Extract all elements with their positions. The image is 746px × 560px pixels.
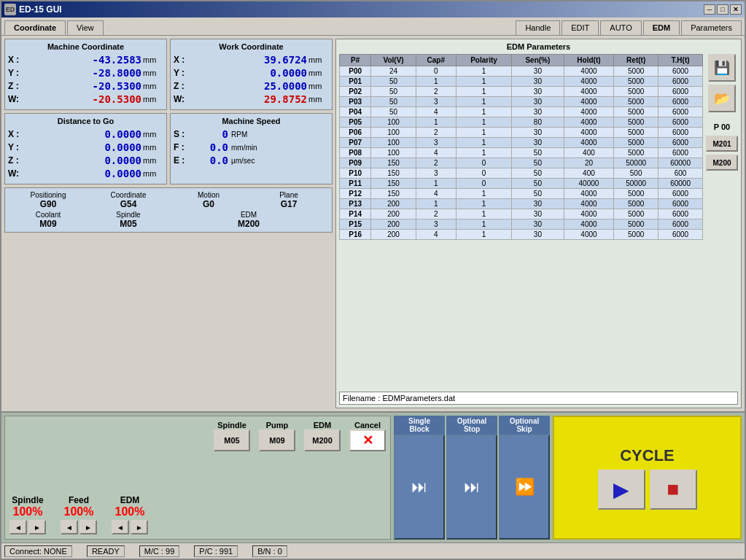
tab-view[interactable]: View [67,20,104,35]
plane-label: Plane [252,191,326,199]
col-sen: Sen(%) [512,55,564,66]
work-z-row: Z : 25.0000 mm [174,80,329,92]
cancel-mc-button[interactable]: ✕ [349,429,386,451]
edm-side-panel: 💾 📂 P 00 M201 M200 [706,54,738,389]
table-row[interactable]: P152003130400050006000 [340,219,703,230]
row-data-cell: 2 [416,209,456,219]
bottom-left-panel: Spindle M05 Pump M09 EDM M200 Cancel ✕ [4,416,391,540]
row-data-cell: 3 [416,97,456,107]
tab-edit[interactable]: EDIT [562,20,599,35]
row-data-cell: 4000 [564,87,614,97]
table-row[interactable]: P111501050400005000060000 [340,179,703,189]
work-w-unit: mm [308,95,329,104]
table-row[interactable]: P071003130400050006000 [340,138,703,148]
spindle-increase-button[interactable]: ► [28,520,46,534]
spindle-mc-item: Spindle M05 [214,421,250,451]
spindle-decrease-button[interactable]: ◄ [9,520,27,534]
m200-button[interactable]: M200 [706,155,738,171]
tab-coordinate[interactable]: Coordinate [4,20,66,35]
row-data-cell: 4 [416,148,456,158]
optional-stop-button[interactable]: ⏭ [446,435,497,540]
table-row[interactable]: P142002130400050006000 [340,209,703,219]
tab-handle[interactable]: Handle [516,20,560,35]
coordinate-label: Coordinate [91,191,166,199]
row-data-cell: 200 [371,209,416,219]
feed-increase-button[interactable]: ► [79,520,97,534]
table-row[interactable]: P00240130400050006000 [340,66,703,77]
coord-row-top: Machine Coordinate X : -43.2583 mm Y : -… [4,39,333,110]
table-row[interactable]: P121504150400050006000 [340,189,703,199]
speed-e-label: E : [174,155,192,166]
cycle-play-button[interactable]: ▶ [598,470,645,510]
bottom-right-panel: SingleBlock ⏭ OptionalStop ⏭ OptionalSki… [394,416,742,540]
spindle-mc-button[interactable]: M05 [214,429,250,451]
cycle-stop-button[interactable]: ■ [650,470,697,510]
maximize-button[interactable]: □ [717,4,728,15]
speed-e-row: E : 0.0 μm/sec [174,155,329,166]
single-block-button[interactable]: ⏭ [394,435,445,540]
table-row[interactable]: P02502130400050006000 [340,87,703,97]
row-data-cell: 100 [371,117,416,128]
positioning-item: Positioning G90 [11,191,85,209]
row-data-cell: 1 [456,77,511,87]
mc-status: M/C : 99 [139,545,180,557]
titlebar-buttons[interactable]: ─ □ ✕ [704,4,742,15]
row-p-cell: P04 [340,107,371,117]
op-buttons-panel: SingleBlock ⏭ OptionalStop ⏭ OptionalSki… [394,416,550,540]
feed-decrease-button[interactable]: ◄ [61,520,78,534]
tab-parameters[interactable]: Parameters [681,20,742,35]
row-data-cell: 50 [512,168,564,179]
table-row[interactable]: P04504130400050006000 [340,107,703,117]
table-row[interactable]: P061002130400050006000 [340,128,703,138]
table-row[interactable]: P162004130400050006000 [340,230,703,240]
row-data-cell: 4000 [564,107,614,117]
feed-rate-value: 100% [61,505,97,518]
table-row[interactable]: P051001180400050006000 [340,117,703,128]
row-data-cell: 30 [512,107,564,117]
table-row[interactable]: P03503130400050006000 [340,97,703,107]
optional-skip-button[interactable]: ⏩ [499,435,550,540]
machine-y-row: Y : -28.8000 mm [8,67,163,79]
col-hold: Hold(t) [564,55,614,66]
table-row[interactable]: P132001130400050006000 [340,199,703,209]
m201-button[interactable]: M201 [706,136,738,152]
optional-stop-group: OptionalStop ⏭ [446,416,497,540]
row-p-cell: P16 [340,230,371,240]
row-data-cell: 30 [512,219,564,230]
table-row[interactable]: P08100415040050006000 [340,148,703,158]
row-data-cell: 6000 [658,148,703,158]
row-data-cell: 2 [416,128,456,138]
row-data-cell: 5000 [614,189,658,199]
col-th: T.H(t) [658,55,703,66]
row-data-cell: 1 [416,117,456,128]
dist-w-value: 0.0000 [26,168,141,179]
machine-x-row: X : -43.2583 mm [8,54,163,66]
table-row[interactable]: P091502050205000060000 [340,158,703,168]
work-z-label: Z : [174,81,192,91]
pump-mc-button[interactable]: M09 [259,429,295,451]
row-data-cell: 4 [416,189,456,199]
row-p-cell: P11 [340,179,371,189]
edm-decrease-button[interactable]: ◄ [112,520,129,534]
close-button[interactable]: ✕ [730,4,742,15]
table-row[interactable]: P101503050400500600 [340,168,703,179]
row-data-cell: 6000 [658,107,703,117]
spindle-rate-group: Spindle 100% ◄ ► [9,495,46,534]
row-data-cell: 6000 [658,87,703,97]
open-button[interactable]: 📂 [708,85,736,112]
bn-status: B/N : 0 [252,545,287,557]
tab-auto[interactable]: AUTO [600,20,641,35]
row-data-cell: 5000 [614,77,658,87]
save-button[interactable]: 💾 [708,54,736,82]
edm-mc-button[interactable]: M200 [304,429,341,451]
edm-increase-button[interactable]: ► [131,520,148,534]
machine-coordinate-box: Machine Coordinate X : -43.2583 mm Y : -… [4,39,167,110]
work-w-row: W: 29.8752 mm [174,93,329,105]
tab-edm[interactable]: EDM [643,20,680,35]
cycle-buttons-row: ▶ ■ [598,470,697,510]
work-z-unit: mm [308,82,329,90]
minimize-button[interactable]: ─ [704,4,715,15]
table-row[interactable]: P01501130400050006000 [340,77,703,87]
row-data-cell: 1 [456,107,511,117]
cancel-mc-label: Cancel [349,421,386,429]
